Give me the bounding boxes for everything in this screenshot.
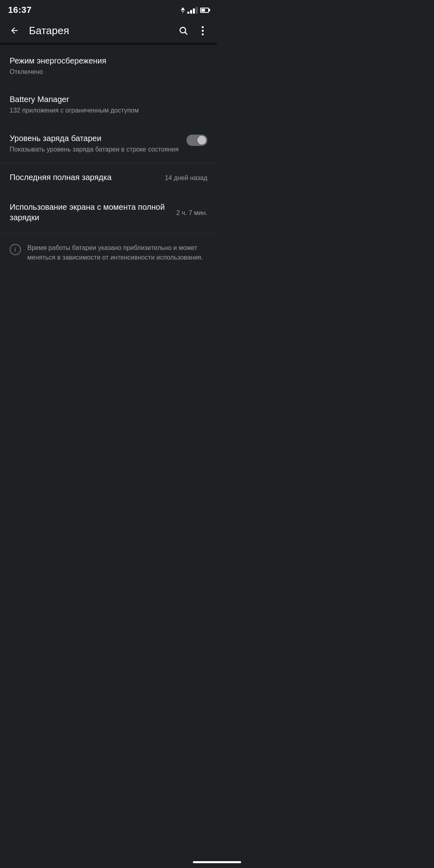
- screen-usage-value: 2 ч. 7 мин.: [176, 209, 207, 217]
- battery-level-item[interactable]: Уровень заряда батареи Показывать уровен…: [0, 124, 217, 163]
- info-icon: i: [10, 244, 21, 255]
- info-section: i Время работы батареи указано приблизит…: [0, 233, 217, 272]
- last-full-charge-item[interactable]: Последняя полная зарядка 14 дней назад: [0, 163, 217, 193]
- screen-usage-title: Использование экрана с момента полной за…: [10, 202, 170, 223]
- screen-usage-content: Использование экрана с момента полной за…: [10, 202, 176, 224]
- more-options-button[interactable]: [194, 23, 211, 39]
- energy-saving-subtitle: Отключено: [10, 68, 207, 76]
- signal-strength-icon: [187, 7, 198, 14]
- battery-level-subtitle: Показывать уровень заряда батареи в стро…: [10, 145, 180, 154]
- battery-level-toggle[interactable]: [186, 135, 207, 146]
- search-icon: [178, 26, 188, 35]
- battery-level-content: Уровень заряда батареи Показывать уровен…: [10, 133, 186, 154]
- battery-manager-title: Battery Manager: [10, 94, 207, 104]
- battery-manager-subtitle: 132 приложения с ограниченным доступом: [10, 106, 207, 115]
- energy-saving-title: Режим энергосбережения: [10, 55, 207, 66]
- back-button[interactable]: [6, 23, 23, 39]
- back-arrow-icon: [10, 26, 19, 35]
- energy-saving-item[interactable]: Режим энергосбережения Отключено: [0, 47, 217, 85]
- top-navigation-bar: Батарея: [0, 18, 217, 43]
- svg-point-0: [180, 27, 186, 33]
- info-text: Время работы батареи указано приблизител…: [27, 243, 207, 262]
- last-full-charge-value: 14 дней назад: [165, 174, 207, 182]
- nav-bottom-bar: [0, 43, 217, 45]
- more-options-icon: [202, 26, 204, 35]
- page-title: Батарея: [29, 25, 169, 37]
- status-time: 16:37: [8, 5, 32, 15]
- settings-list: Режим энергосбережения Отключено Battery…: [0, 47, 217, 272]
- toggle-knob: [197, 136, 206, 145]
- screen-usage-item[interactable]: Использование экрана с момента полной за…: [0, 193, 217, 233]
- data-arrows-icon: [181, 7, 185, 13]
- battery-status-icon: [200, 8, 209, 13]
- last-full-charge-content: Последняя полная зарядка: [10, 172, 165, 184]
- status-bar: 16:37: [0, 0, 217, 18]
- search-button[interactable]: [175, 23, 191, 39]
- top-actions: [175, 23, 211, 39]
- battery-manager-item[interactable]: Battery Manager 132 приложения с огранич…: [0, 85, 217, 124]
- status-icons: [181, 7, 209, 14]
- svg-line-1: [185, 33, 188, 35]
- battery-level-title: Уровень заряда батареи: [10, 133, 180, 143]
- last-full-charge-title: Последняя полная зарядка: [10, 172, 158, 182]
